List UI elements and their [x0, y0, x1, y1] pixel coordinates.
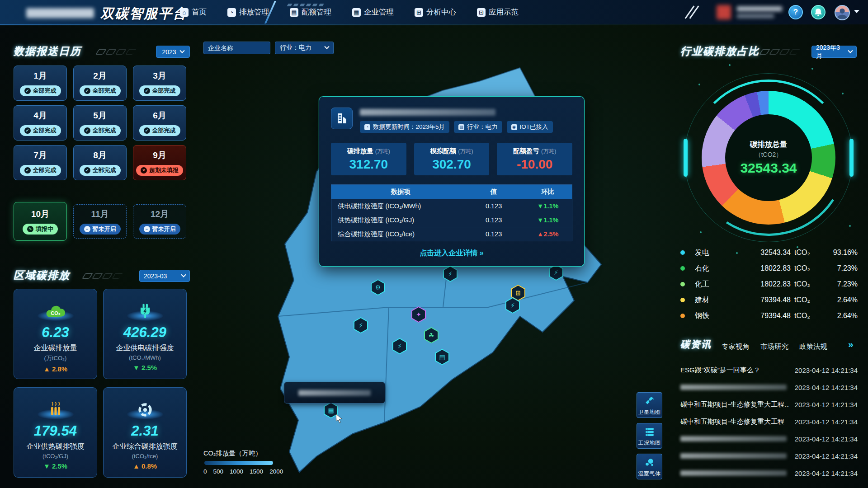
menu-item-analysis[interactable]: ⊞ 分析中心: [415, 7, 456, 17]
industry-period-select[interactable]: 2023年3月: [811, 46, 857, 58]
industry-panel-title: 行业碳排放占比: [680, 44, 760, 58]
list-icon: ▤: [290, 8, 298, 17]
enterprise-name-blurred: [360, 109, 495, 116]
metric-card-heat-intensity: 179.54 企业供热碳排强度 (tCO₂/GJ) ▼ 2.5%: [14, 387, 97, 478]
news-item[interactable]: 2023-04-12 14:21:34: [680, 450, 858, 462]
calendar-month-card[interactable]: 6月 ✔全部完成: [133, 105, 186, 141]
marker-glyph-icon: ▤: [328, 407, 334, 414]
popup-stats: 碳排放量 (万吨) 312.70 模拟配额 (万吨) 302.70 配额盈亏 (…: [331, 143, 572, 175]
popup-data-table: 数据项 值 环比 供电碳排放强度 (tCO₂/MWh) 0.123 ▼1.1% …: [331, 184, 572, 241]
company-search-input[interactable]: [203, 42, 270, 54]
calendar-year-select[interactable]: 2023: [156, 46, 190, 58]
industry-filter-select[interactable]: 行业：电力: [275, 42, 334, 54]
marker-glyph-icon: ⚡: [359, 322, 363, 329]
status-icon: −: [144, 226, 150, 232]
legend-dot: [680, 282, 685, 286]
map-legend-gradient: [204, 461, 273, 465]
iot-icon: ◉: [511, 124, 517, 130]
news-tab-market[interactable]: 市场研究: [760, 342, 788, 352]
metric-label: 企业综合碳排放强度: [113, 442, 178, 451]
metric-trend: ▲ 2.8%: [43, 365, 67, 373]
news-tab-policy[interactable]: 政策法规: [799, 342, 827, 352]
calculator-icon: ⊞: [415, 8, 423, 17]
metric-card-emission: CO₂ 6.23 企业碳排放量 (万tCO₂) ▲ 2.8%: [14, 289, 97, 379]
marker-glyph-icon: ⚡: [510, 302, 515, 309]
table-row: 供热碳排放强度 (tCO₂/GJ) 0.123 ▼1.1%: [331, 213, 572, 227]
calendar-month-card[interactable]: 8月 ✔全部完成: [73, 145, 127, 180]
metric-label: 企业供电碳排强度: [116, 343, 174, 353]
enterprise-detail-link[interactable]: 点击进入企业详情 »: [331, 249, 572, 258]
table-header-row: 数据项 值 环比: [331, 185, 572, 199]
popup-badges: ◔ 数据更新时间：2023年5月 ▤ 行业：电力 ◉ IOT已接入: [360, 121, 553, 133]
chevron-down-icon: [179, 48, 184, 53]
satellite-map-button[interactable]: 卫星地图: [637, 392, 662, 418]
month-status-badge: ✔全部完成: [139, 85, 180, 96]
menu-item-emission[interactable]: ◔ 排放管理: [227, 7, 269, 17]
clock-icon: ◔: [364, 124, 370, 130]
svg-text:CO₂: CO₂: [51, 310, 61, 316]
calendar-month-card[interactable]: 3月 ✔全部完成: [133, 66, 186, 101]
marker-glyph-icon: ⚙: [375, 284, 381, 291]
month-label: 12月: [151, 208, 169, 220]
news-more-link[interactable]: »: [848, 339, 854, 350]
status-icon: ✔: [84, 88, 90, 94]
month-label: 4月: [33, 110, 47, 122]
status-icon: ✎: [27, 226, 33, 232]
menu-item-demo[interactable]: ⊡ 应用示范: [477, 7, 519, 17]
donut-decor-bar-left: [684, 139, 688, 177]
news-item[interactable]: 碳中和五期项目-生态修复重大工程...2023-04-12 14:21:34: [680, 399, 858, 410]
metric-trend: ▼ 2.5%: [43, 462, 67, 470]
notifications-button[interactable]: [811, 5, 826, 19]
calendar-month-card[interactable]: 7月 ✔全部完成: [14, 145, 67, 180]
industry-legend-row: 发电32543.34 tCO₂93.16%: [680, 246, 858, 259]
metric-value: 2.31: [131, 423, 158, 439]
org-name-blurred: [737, 6, 782, 11]
calendar-month-card[interactable]: 1月 ✔全部完成: [14, 66, 67, 101]
greenhouse-gas-button[interactable]: 温室气体: [637, 454, 662, 479]
table-row: 供电碳排放强度 (tCO₂/MWh) 0.123 ▼1.1%: [331, 199, 572, 213]
legend-dot: [680, 314, 685, 318]
calendar-month-card[interactable]: 10月 ✎填报中: [14, 202, 67, 241]
marker-glyph-icon: ⚡: [397, 343, 402, 350]
marker-glyph-icon: ▤: [439, 353, 445, 361]
dashboard-root: 双碳智服平台 ⌂ 首页 ◔ 排放管理 ▤ 配额管理 ▦ 企业管理 ⊞ 分析中心: [0, 0, 868, 488]
avatar-dropdown-caret[interactable]: [854, 10, 859, 13]
update-time-badge: ◔ 数据更新时间：2023年5月: [360, 121, 449, 133]
news-item[interactable]: 2023-04-12 14:21:34: [680, 381, 858, 393]
status-icon: ✕: [141, 167, 147, 174]
industry-icon: ▤: [458, 124, 464, 130]
regional-period-select[interactable]: 2023-03: [139, 270, 190, 282]
news-item[interactable]: 2023-04-12 14:21:34: [680, 467, 858, 479]
metric-value: 6.23: [42, 324, 69, 341]
operating-map-button[interactable]: 工况地图: [637, 423, 662, 449]
news-tab-expert[interactable]: 专家视角: [722, 342, 750, 352]
legend-dot: [680, 266, 685, 271]
news-item[interactable]: 2023-04-12 14:21:34: [680, 433, 858, 445]
donut-center-label: 碳排放总量: [750, 140, 788, 150]
news-item[interactable]: ESG跟“双碳”是一回事么？2023-04-12 14:21:34: [680, 364, 858, 376]
marker-glyph-icon: ☘: [429, 332, 434, 339]
trend-arrow-icon: ▲: [133, 462, 140, 470]
map-hover-tooltip: [284, 382, 385, 404]
map-legend-label: CO₂排放量（万吨）: [203, 449, 262, 458]
calendar-month-card[interactable]: 5月 ✔全部完成: [73, 105, 127, 141]
user-avatar[interactable]: [835, 5, 850, 20]
status-icon: ✔: [24, 88, 31, 94]
calendar-month-card[interactable]: 4月 ✔全部完成: [14, 105, 67, 141]
status-icon: ✔: [144, 88, 150, 94]
gas-molecule-icon: [644, 457, 655, 468]
tooltip-text-blurred: [298, 390, 371, 396]
menu-item-quota[interactable]: ▤ 配额管理: [290, 7, 331, 17]
help-button[interactable]: ?: [788, 5, 803, 19]
calendar-month-card[interactable]: 12月 −暂未开启: [133, 204, 186, 239]
calendar-month-card[interactable]: 9月 ✕超期未填报: [133, 145, 186, 180]
industry-legend-row: 化工18022.83 tCO₂7.23%: [680, 278, 858, 291]
metric-unit: (tCO₂/GJ): [42, 453, 68, 460]
apps-icon: ⊡: [477, 8, 486, 17]
industry-title-decoration: [761, 49, 798, 55]
menu-item-home[interactable]: ⌂ 首页: [180, 7, 207, 17]
calendar-month-card[interactable]: 2月 ✔全部完成: [73, 66, 127, 101]
menu-item-enterprise[interactable]: ▦ 企业管理: [352, 7, 394, 17]
news-item[interactable]: 碳中和五期项目-生态修复重大工程2023-04-12 14:21:34: [680, 416, 858, 427]
calendar-month-card[interactable]: 11月 −暂未开启: [73, 204, 127, 239]
